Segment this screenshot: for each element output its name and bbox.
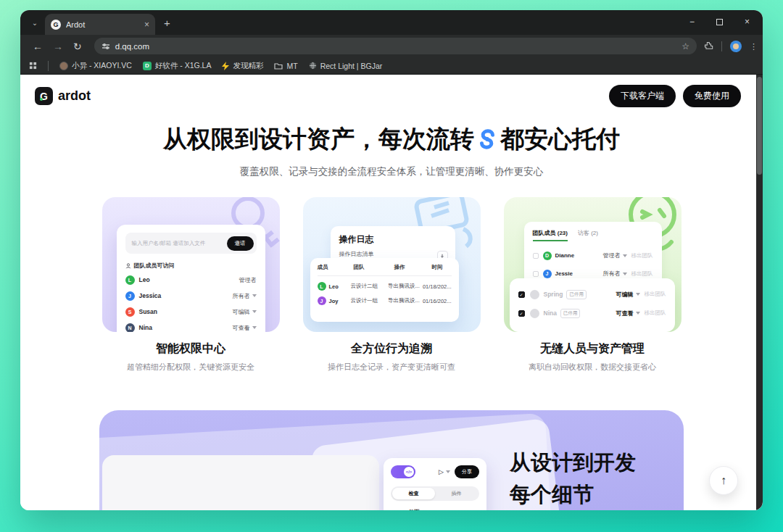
back-icon[interactable]: ←	[33, 41, 43, 52]
invite-placeholder: 输入用户名/邮箱 邀请加入文件	[132, 240, 227, 247]
role-dropdown[interactable]: 管理者	[603, 252, 627, 259]
member-name: Spring	[544, 291, 563, 298]
reload-icon[interactable]: ↻	[73, 41, 82, 52]
forward-icon[interactable]: →	[53, 41, 63, 52]
feature-title: 智能权限中心	[102, 341, 280, 357]
member-row: L Leo 管理者	[125, 272, 257, 288]
member-role-dropdown[interactable]: 可查看	[233, 324, 257, 332]
chevron-down-icon	[252, 310, 257, 313]
ardot-logo-icon[interactable]: G	[35, 87, 53, 105]
avatar: L	[125, 275, 135, 285]
remove-link[interactable]: 移出团队	[645, 309, 666, 317]
member-row: N Nina 可查看	[125, 320, 257, 332]
section-label-text: 团队成员可访问	[134, 262, 175, 270]
bookmark-label: MT	[286, 62, 297, 70]
invite-input[interactable]: 输入用户名/邮箱 邀请加入文件 邀请	[125, 233, 257, 254]
member-name: Leo	[139, 276, 150, 283]
brand-wordmark[interactable]: ardot	[58, 88, 91, 104]
bookmark-item[interactable]: Rect Light | BGJar	[309, 62, 383, 70]
extensions-icon[interactable]	[704, 41, 713, 51]
bookmarks-bar: 小异 - XIAOYI.VC D 好软件 - X1G.LA 发现精彩 MT Re…	[20, 57, 763, 75]
browser-toolbar: ← → ↻ d.qq.com ☆ ⋮	[20, 35, 763, 57]
scroll-to-top-button[interactable]: ↑	[709, 466, 738, 495]
bookmark-label: 好软件 - X1G.LA	[155, 61, 212, 71]
page-content: G ardot 下载客户端 免费使用 从权限到设计资产，每次流转都安心托付 覆盖…	[20, 75, 763, 510]
transfer-flow-icon	[476, 128, 498, 156]
log-table: 成员 团队 操作 时间 LLeo 云设计二组 导出腾讯设... 01/18/20…	[310, 258, 459, 322]
folder-icon	[274, 62, 283, 70]
site-info-icon[interactable]	[102, 42, 110, 51]
member-role-dropdown[interactable]: 所有者	[233, 292, 257, 300]
browser-tab[interactable]: G Ardot ×	[45, 14, 155, 35]
share-button[interactable]: 分享	[455, 465, 479, 478]
chevron-down-icon	[252, 294, 257, 297]
checkbox[interactable]	[533, 253, 539, 259]
hero-title-part2: 都安心托付	[500, 125, 620, 152]
bookmarks-divider	[48, 61, 49, 71]
avatar: N	[125, 323, 135, 333]
address-bar[interactable]: d.qq.com ☆	[94, 38, 697, 54]
download-client-button[interactable]: 下载客户端	[609, 85, 676, 107]
chevron-down-icon	[446, 470, 450, 473]
tab-search-chevron-icon[interactable]: ⌄	[28, 15, 42, 30]
scrollbar[interactable]	[756, 75, 763, 510]
role-dropdown[interactable]: 可查看	[616, 309, 640, 317]
invite-button[interactable]: 邀请	[227, 236, 254, 251]
new-tab-icon[interactable]: +	[164, 17, 170, 29]
remove-link[interactable]: 移出团队	[645, 291, 666, 298]
tab-close-icon[interactable]: ×	[144, 20, 149, 30]
remove-link[interactable]: 移出团队	[631, 270, 653, 278]
feature-title: 全方位行为追溯	[303, 341, 481, 357]
bookmark-folder[interactable]: MT	[274, 62, 297, 70]
feature-people-assets: 团队成员 (23) 访客 (2) D Dianne 管理者 移出团队	[504, 197, 682, 373]
code-mode-toggle[interactable]: </>	[391, 465, 415, 478]
hero-subtitle: 覆盖权限、记录与交接的全流程安全体系，让管理更清晰、协作更安心	[20, 165, 763, 178]
tab-plugins[interactable]: 插件	[435, 488, 478, 499]
tab-team-members[interactable]: 团队成员 (23)	[533, 229, 568, 241]
minimize-icon[interactable]: −	[689, 17, 695, 27]
table-row: JJoy 云设计一组 导出腾讯设... 01/16/202...	[318, 296, 452, 305]
checkbox-checked[interactable]: ✓	[518, 291, 525, 298]
member-name: Susan	[139, 308, 158, 315]
apps-grid-icon[interactable]	[29, 62, 37, 70]
browser-window: ⌄ G Ardot × + − × ← → ↻ d.qq.com ☆	[20, 10, 763, 510]
app-favicon: D	[143, 62, 152, 70]
chevron-down-icon	[623, 254, 627, 257]
permissions-card-art: 输入用户名/邮箱 邀请加入文件 邀请 团队成员可访问 L Leo 管理者	[102, 197, 280, 332]
member-role-dropdown[interactable]: 可编辑	[233, 308, 257, 316]
scrollbar-thumb[interactable]	[757, 77, 762, 175]
bookmark-star-icon[interactable]: ☆	[682, 41, 689, 51]
hero-title-part1: 从权限到设计资产，每次流转	[163, 125, 474, 152]
role-dropdown[interactable]: 可编辑	[616, 291, 640, 299]
menu-icon[interactable]: ⋮	[750, 45, 755, 48]
checkbox[interactable]	[533, 271, 539, 277]
close-icon[interactable]: ×	[745, 17, 750, 27]
member-name: Jessie	[555, 270, 573, 277]
tab-title: Ardot	[66, 20, 141, 29]
avatar: J	[543, 270, 552, 278]
avatar: J	[125, 291, 135, 301]
profile-avatar[interactable]	[730, 41, 742, 52]
section-heading: 从设计到开发 每个细节 都精准落地	[510, 446, 637, 510]
avatar-favicon	[59, 62, 68, 70]
play-icon[interactable]: ▷	[439, 468, 450, 475]
role-dropdown[interactable]: 所有者	[603, 270, 627, 278]
team-row: D Dianne 管理者 移出团队	[533, 248, 653, 263]
member-row: J Jessica 所有者	[125, 288, 257, 304]
panel-tabs: 检查 插件	[391, 486, 479, 501]
remove-link[interactable]: 移出团队	[631, 252, 653, 259]
bookmark-item[interactable]: 发现精彩	[222, 61, 263, 71]
bookmark-label: 小异 - XIAOYI.VC	[72, 61, 132, 71]
free-use-button[interactable]: 免费使用	[683, 85, 741, 107]
bookmark-item[interactable]: 小异 - XIAOYI.VC	[59, 61, 132, 71]
tab-guests[interactable]: 访客 (2)	[578, 229, 598, 237]
checkbox-checked[interactable]: ✓	[518, 310, 525, 317]
design-canvas-mock	[102, 455, 379, 510]
bookmark-item[interactable]: D 好软件 - X1G.LA	[143, 61, 212, 71]
hero-title: 从权限到设计资产，每次流转都安心托付	[20, 123, 763, 156]
component-icon[interactable]: ▦	[473, 510, 479, 510]
avatar: J	[318, 296, 326, 305]
url-text: d.qq.com	[115, 42, 149, 51]
tab-inspect[interactable]: 检查	[392, 488, 435, 499]
maximize-icon[interactable]	[716, 19, 723, 25]
